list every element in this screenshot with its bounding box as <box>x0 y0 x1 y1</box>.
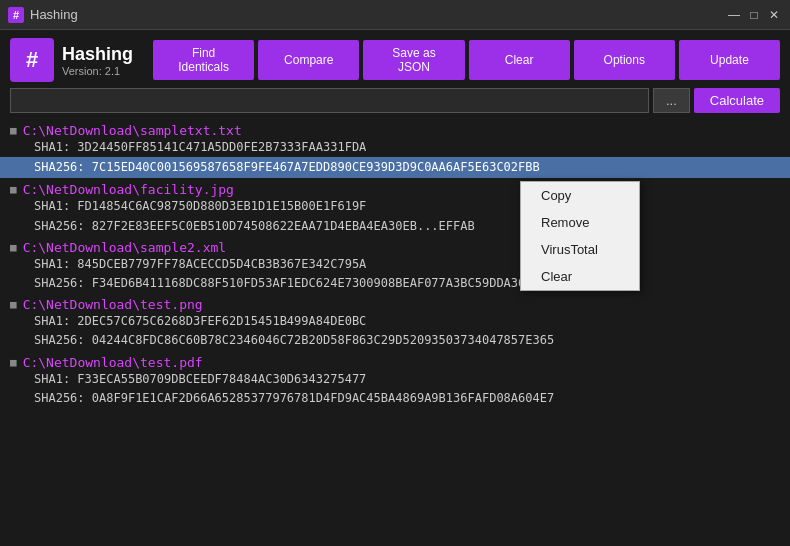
app-icon: # <box>8 7 24 23</box>
close-button[interactable]: ✕ <box>766 7 782 23</box>
context-menu-item-copy[interactable]: Copy <box>521 182 639 209</box>
file-path: ■ C:\NetDownload\test.pdf <box>10 355 780 370</box>
minimize-button[interactable]: — <box>726 7 742 23</box>
file-entry: ■ C:\NetDownload\sampletxt.txtSHA1: 3D24… <box>10 123 780 178</box>
maximize-button[interactable]: □ <box>746 7 762 23</box>
expand-icon: ■ <box>10 356 17 369</box>
header: # Hashing Version: 2.1 Find Identicals C… <box>0 30 790 119</box>
hash-line: SHA1: 845DCEB7797FF78ACECCD5D4CB3B367E34… <box>10 255 780 274</box>
app-title-block: Hashing Version: 2.1 <box>62 44 133 77</box>
find-identicals-button[interactable]: Find Identicals <box>153 40 254 80</box>
file-path: ■ C:\NetDownload\sample2.xml <box>10 240 780 255</box>
hash-line: SHA1: FD14854C6AC98750D880D3EB1D1E15B00E… <box>10 197 780 216</box>
hash-line: SHA256: 827F2E83EEF5C0EB510D74508622EAA7… <box>10 217 780 236</box>
options-button[interactable]: Options <box>574 40 675 80</box>
calculate-button[interactable]: Calculate <box>694 88 780 113</box>
hash-line: SHA256: 0A8F9F1E1CAF2D66A65285377976781D… <box>10 389 780 408</box>
file-path: ■ C:\NetDownload\sampletxt.txt <box>10 123 780 138</box>
hash-line: SHA1: F33ECA55B0709DBCEEDF78484AC30D6343… <box>10 370 780 389</box>
file-path-text: C:\NetDownload\facility.jpg <box>23 182 234 197</box>
file-path-text: C:\NetDownload\test.pdf <box>23 355 203 370</box>
context-menu-item-virustotal[interactable]: VirusTotal <box>521 236 639 263</box>
expand-icon: ■ <box>10 183 17 196</box>
window-title: Hashing <box>30 7 78 22</box>
app-logo: # <box>10 38 54 82</box>
context-menu: CopyRemoveVirusTotalClear <box>520 181 640 291</box>
hash-line-highlighted[interactable]: SHA256: 7C15ED40C001569587658F9FE467A7ED… <box>0 157 790 178</box>
file-entry: ■ C:\NetDownload\sample2.xmlSHA1: 845DCE… <box>10 240 780 293</box>
browse-button[interactable]: ... <box>653 88 690 113</box>
header-top: # Hashing Version: 2.1 Find Identicals C… <box>10 38 780 82</box>
title-bar-left: # Hashing <box>8 7 78 23</box>
clear-button[interactable]: Clear <box>469 40 570 80</box>
expand-icon: ■ <box>10 241 17 254</box>
compare-button[interactable]: Compare <box>258 40 359 80</box>
toolbar-buttons: Find Identicals Compare Save as JSON Cle… <box>153 40 780 80</box>
update-button[interactable]: Update <box>679 40 780 80</box>
app-name: Hashing <box>62 44 133 65</box>
file-path: ■ C:\NetDownload\facility.jpg <box>10 182 780 197</box>
file-entry: ■ C:\NetDownload\test.pdfSHA1: F33ECA55B… <box>10 355 780 408</box>
file-path-text: C:\NetDownload\test.png <box>23 297 203 312</box>
expand-icon: ■ <box>10 298 17 311</box>
search-input[interactable] <box>10 88 649 113</box>
save-as-json-button[interactable]: Save as JSON <box>363 40 464 80</box>
context-menu-item-remove[interactable]: Remove <box>521 209 639 236</box>
hash-line: SHA256: 04244C8FDC86C60B78C2346046C72B20… <box>10 331 780 350</box>
content-area: ■ C:\NetDownload\sampletxt.txtSHA1: 3D24… <box>0 119 790 537</box>
search-bar: ... Calculate <box>10 88 780 113</box>
hash-line: SHA256: F34ED6B411168DC88F510FD53AF1EDC6… <box>10 274 780 293</box>
app-version: Version: 2.1 <box>62 65 133 77</box>
hash-line: SHA1: 3D24450FF85141C471A5DD0FE2B7333FAA… <box>10 138 780 157</box>
file-path-text: C:\NetDownload\sampletxt.txt <box>23 123 242 138</box>
file-entry: ■ C:\NetDownload\test.pngSHA1: 2DEC57C67… <box>10 297 780 350</box>
hash-line: SHA1: 2DEC57C675C6268D3FEF62D15451B499A8… <box>10 312 780 331</box>
file-entry: ■ C:\NetDownload\facility.jpgSHA1: FD148… <box>10 182 780 235</box>
file-path: ■ C:\NetDownload\test.png <box>10 297 780 312</box>
window-controls: — □ ✕ <box>726 7 782 23</box>
context-menu-item-clear[interactable]: Clear <box>521 263 639 290</box>
title-bar: # Hashing — □ ✕ <box>0 0 790 30</box>
file-path-text: C:\NetDownload\sample2.xml <box>23 240 227 255</box>
expand-icon: ■ <box>10 124 17 137</box>
